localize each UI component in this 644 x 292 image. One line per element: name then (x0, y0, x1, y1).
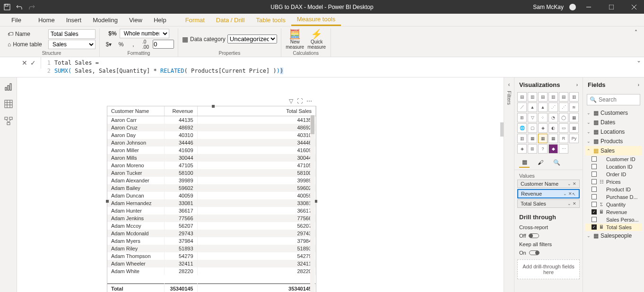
collapse-ribbon-button[interactable]: ˄ (635, 29, 641, 36)
viz-stacked-col[interactable]: ▥ (528, 92, 537, 102)
filters-pane-collapsed[interactable]: ‹ Filters (504, 77, 514, 292)
decimals-input[interactable] (153, 40, 174, 49)
formula-editor[interactable]: 1Total Sales = 2SUMX( Sales, Sales[Quant… (41, 57, 634, 77)
viz-matrix[interactable]: ▦ (548, 134, 558, 143)
table-products[interactable]: ⌄▦Products (585, 137, 642, 146)
viz-slicer[interactable]: ▦ (528, 134, 537, 143)
field-location-id[interactable]: Location ID (585, 163, 642, 171)
field-quantity[interactable]: ΣQuantity (585, 201, 642, 208)
viz-shape-map[interactable]: ◈ (538, 123, 548, 133)
viz-funnel[interactable]: ▽ (528, 113, 537, 122)
user-avatar-icon[interactable] (569, 4, 576, 10)
table-row[interactable]: Adam Duncan4005940059 (107, 192, 316, 199)
table-dates[interactable]: ⌄▦Dates (585, 118, 642, 127)
redo-icon[interactable] (28, 4, 35, 10)
drill-through-dropzone[interactable]: Add drill-through fields here (517, 259, 580, 279)
viz-100-col[interactable]: ▥ (569, 92, 579, 102)
table-row[interactable]: Adam Riley5189351893 (107, 245, 316, 252)
percent-button[interactable]: % (116, 39, 126, 50)
table-row[interactable]: Adam Hunter3661736617 (107, 207, 316, 215)
viz-stacked-bar[interactable]: ▤ (517, 92, 527, 102)
field-product-id[interactable]: Product ID (585, 186, 642, 193)
table-row[interactable]: Adam Mcdonald2974329743 (107, 230, 316, 237)
measure-name-input[interactable] (48, 29, 96, 39)
viz-ribbon[interactable]: ≋ (569, 103, 579, 112)
keep-filters-toggle[interactable]: On (514, 249, 583, 257)
table-row[interactable]: Aaron Johnson3444634446 (107, 139, 316, 146)
viz-stacked-area[interactable]: ▲ (538, 103, 548, 112)
field-order-id[interactable]: Order ID (585, 171, 642, 178)
table-row[interactable]: Aaron Tucker5810058100 (107, 169, 316, 177)
model-view-button[interactable] (3, 115, 14, 127)
fields-tab-button[interactable]: ▦ (519, 157, 530, 168)
table-row[interactable]: Aaron Carr4413544135 (107, 116, 316, 124)
report-view-button[interactable] (3, 81, 14, 93)
table-row[interactable]: Adam Jenkins7756677566 (107, 215, 316, 222)
format-select[interactable]: Whole number (120, 29, 169, 38)
minimize-button[interactable] (579, 0, 599, 14)
table-row[interactable]: Adam Wheeler3241132411 (107, 260, 316, 267)
close-button[interactable] (624, 0, 644, 14)
collapse-fields-icon[interactable]: › (638, 82, 639, 87)
table-salespeople[interactable]: ⌄▦Salespeople (585, 231, 642, 240)
maximize-button[interactable] (601, 0, 621, 14)
tab-home[interactable]: Home (33, 14, 61, 26)
table-sales[interactable]: ⌃▦Sales (585, 146, 642, 155)
well-revenue[interactable]: Revenue⌄ ✕↖ (517, 189, 580, 198)
visual-filter-icon[interactable]: ▽ (289, 98, 293, 104)
cross-report-toggle[interactable]: Off (514, 232, 583, 240)
report-canvas[interactable]: ▽ ⛶ ⋯ Customer Name Revenue Total Sales … (17, 77, 504, 292)
visual-focus-icon[interactable]: ⛶ (297, 98, 303, 104)
viz-key-influencers[interactable]: ◈ (517, 144, 527, 154)
field-revenue[interactable]: ✓🖩Revenue (585, 208, 642, 216)
field-customer-id[interactable]: Customer ID (585, 155, 642, 163)
collapse-viz-icon[interactable]: › (576, 82, 578, 87)
tab-file[interactable]: File (6, 14, 27, 26)
table-row[interactable]: Adam Mccoy5620756207 (107, 222, 316, 230)
viz-map[interactable]: 🌐 (517, 123, 527, 133)
viz-area[interactable]: ▲ (528, 103, 537, 112)
save-icon[interactable] (4, 4, 10, 10)
tab-table-tools[interactable]: Table tools (250, 14, 291, 26)
viz-multi-card[interactable]: ▦ (569, 123, 579, 133)
viz-donut[interactable]: ◯ (559, 113, 568, 122)
quick-measure-button[interactable]: ⚡ Quick measure (307, 29, 327, 50)
viz-powerapps[interactable]: ◆ (548, 144, 558, 154)
table-row[interactable]: Adam Alexander3998939989 (107, 177, 316, 184)
viz-combo1[interactable]: ⋰ (548, 103, 558, 112)
table-visual[interactable]: ▽ ⛶ ⋯ Customer Name Revenue Total Sales … (107, 106, 316, 292)
viz-table[interactable]: ▦ (538, 134, 548, 143)
viz-more[interactable]: ⋯ (559, 144, 568, 154)
table-customers[interactable]: ⌄▦Customers (585, 108, 642, 118)
new-measure-button[interactable]: 🧮 New measure (285, 29, 305, 50)
field-prices[interactable]: ☷Prices (585, 178, 642, 186)
viz-r[interactable]: R (559, 134, 568, 143)
table-row[interactable]: Aaron Cruz4869248692 (107, 124, 316, 131)
page-scrollbar[interactable] (500, 122, 504, 137)
viz-pie[interactable]: ◔ (548, 113, 558, 122)
user-name[interactable]: Sam McKay (533, 4, 564, 10)
viz-combo2[interactable]: ⋰ (559, 103, 568, 112)
table-row[interactable]: Adam White2822028220 (107, 267, 316, 275)
undo-icon[interactable] (16, 4, 23, 10)
col-revenue[interactable]: Revenue (164, 106, 197, 116)
formula-commit-button[interactable]: ✓ (30, 59, 36, 67)
table-row[interactable]: Adam Myers3798437984 (107, 237, 316, 245)
formula-expand-button[interactable]: ⌄ (634, 57, 644, 64)
table-row[interactable]: Aaron Mills3004430044 (107, 154, 316, 162)
col-customer-name[interactable]: Customer Name (107, 106, 164, 116)
table-row[interactable]: Aaron Moreno4710547105 (107, 162, 316, 169)
well-customer-name[interactable]: Customer Name⌄ ✕ (517, 180, 580, 188)
viz-card[interactable]: ▭ (559, 123, 568, 133)
viz-clustered-bar[interactable]: ▤ (538, 92, 548, 102)
currency-button[interactable]: $▾ (104, 39, 114, 50)
format-tab-button[interactable]: 🖌 (535, 157, 546, 168)
home-table-select[interactable]: Sales (48, 40, 96, 49)
viz-scatter[interactable]: ⁘ (538, 113, 548, 122)
viz-clustered-col[interactable]: ▥ (548, 92, 558, 102)
viz-qa[interactable]: ? (538, 144, 548, 154)
tab-format[interactable]: Format (180, 14, 210, 26)
table-row[interactable]: Adam Bailey5960259602 (107, 184, 316, 192)
table-row[interactable]: Aaron Miller4160941609 (107, 146, 316, 154)
field-sales-perso[interactable]: Sales Perso... (585, 216, 642, 223)
